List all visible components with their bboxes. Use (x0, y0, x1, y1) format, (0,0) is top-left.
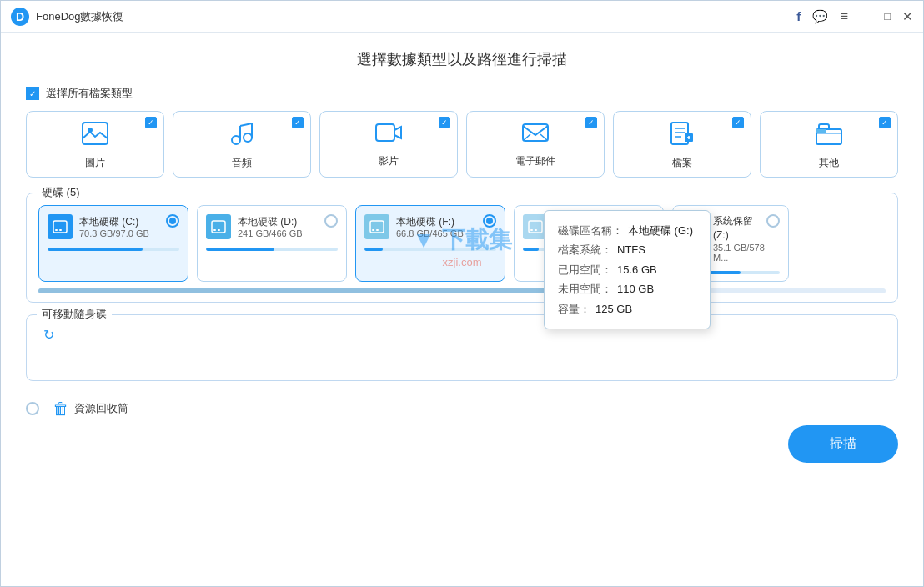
svg-rect-23 (59, 229, 62, 231)
removable-label: 可移動隨身碟 (37, 307, 112, 322)
close-icon[interactable]: ✕ (902, 9, 913, 24)
email-icon (522, 122, 549, 149)
file-types-row: ✓ 圖片 ✓ (26, 111, 898, 178)
disk-c-progress (48, 248, 179, 251)
disk-f-icon (364, 214, 389, 239)
disk-card-d[interactable]: 本地硬碟 (D:) 241 GB/466 GB (197, 205, 347, 282)
email-check: ✓ (585, 117, 597, 128)
chat-icon[interactable]: 💬 (812, 9, 828, 24)
file-type-card-other[interactable]: ✓ 其他 (760, 111, 898, 178)
scan-button[interactable]: 掃描 (788, 425, 898, 463)
disk-tooltip: 磁碟區名稱： 本地硬碟 (G:) 檔案系統： NTFS 已用空間： 15.6 G… (544, 210, 711, 329)
select-all-checkbox[interactable]: ✓ (26, 87, 39, 100)
tooltip-key-name: 磁碟區名稱： (558, 221, 623, 240)
tooltip-row-cap: 容量： 125 GB (558, 299, 696, 319)
disk-c-top: 本地硬碟 (C:) 70.3 GB/97.0 GB (48, 214, 179, 239)
file-type-card-email[interactable]: ✓ 電子郵件 (466, 111, 605, 178)
select-all-row: ✓ 選擇所有檔案類型 (26, 86, 898, 101)
disk-f-top: 本地硬碟 (F:) 66.8 GB/465 GB (364, 214, 496, 239)
tooltip-val-name: 本地硬碟 (G:) (628, 221, 693, 240)
tooltip-row-free: 未用空間： 110 GB (558, 279, 696, 299)
svg-point-3 (244, 133, 252, 142)
disk-section-label: 硬碟 (5) (37, 185, 85, 200)
audio-check: ✓ (292, 117, 304, 128)
svg-rect-19 (816, 129, 826, 133)
svg-rect-26 (218, 229, 220, 231)
disk-f-radio[interactable] (483, 214, 496, 228)
disk-f-progress (364, 248, 496, 251)
svg-rect-7 (376, 124, 394, 141)
disk-d-icon (206, 214, 231, 239)
recycle-radio[interactable] (26, 402, 39, 415)
select-all-label: 選擇所有檔案類型 (46, 86, 133, 101)
window-controls: f 💬 ≡ — □ ✕ (796, 8, 913, 25)
disk-d-progress (206, 248, 338, 251)
disk-g-fill (523, 248, 539, 251)
menu-icon[interactable]: ≡ (840, 8, 848, 25)
image-label: 圖片 (85, 156, 105, 170)
facebook-icon[interactable]: f (796, 9, 801, 23)
tooltip-val-fs: NTFS (617, 240, 645, 259)
disk-c-names: 本地硬碟 (C:) 70.3 GB/97.0 GB (79, 215, 149, 239)
recycle-bin-label: 資源回收筒 (74, 401, 128, 416)
disk-cards-row: 本地硬碟 (C:) 70.3 GB/97.0 GB (38, 205, 886, 282)
file-type-card-image[interactable]: ✓ 圖片 (26, 111, 164, 178)
svg-rect-22 (55, 229, 58, 231)
disk-f-info: 本地硬碟 (F:) 66.8 GB/465 GB (364, 214, 464, 239)
svg-rect-25 (213, 229, 216, 231)
page-title: 選擇數據類型以及路徑進行掃描 (26, 49, 898, 69)
svg-point-2 (232, 136, 240, 144)
disk-d-radio[interactable] (324, 214, 338, 228)
minimize-icon[interactable]: — (860, 9, 872, 23)
disk-d-fill (206, 248, 274, 251)
video-icon (375, 122, 402, 149)
app-title: FoneDog數據恢復 (36, 9, 796, 24)
titlebar: D FoneDog數據恢復 f 💬 ≡ — □ ✕ (1, 1, 923, 33)
audio-label: 音頻 (232, 156, 252, 170)
tooltip-key-fs: 檔案系統： (558, 240, 612, 259)
tooltip-row-name: 磁碟區名稱： 本地硬碟 (G:) (558, 221, 696, 240)
svg-line-6 (240, 123, 252, 126)
disk-z-radio[interactable] (766, 214, 780, 228)
svg-rect-32 (535, 229, 537, 231)
tooltip-row-used: 已用空間： 15.6 GB (558, 260, 696, 279)
tooltip-key-free: 未用空間： (558, 279, 612, 299)
recycle-bin-icon: 🗑 (53, 399, 69, 419)
app-window: D FoneDog數據恢復 f 💬 ≡ — □ ✕ ▼ 下載集 xzji.com… (0, 0, 924, 587)
tooltip-key-used: 已用空間： (558, 260, 612, 279)
disk-d-info: 本地硬碟 (D:) 241 GB/466 GB (206, 214, 303, 239)
main-content: ▼ 下載集 xzji.com 選擇數據類型以及路徑進行掃描 ✓ 選擇所有檔案類型… (1, 33, 923, 586)
disk-d-names: 本地硬碟 (D:) 241 GB/466 GB (238, 215, 303, 239)
audio-icon (229, 122, 254, 151)
file-type-card-file[interactable]: ✓ 檔案 (613, 111, 751, 178)
svg-rect-28 (372, 229, 374, 231)
tooltip-row-fs: 檔案系統： NTFS (558, 240, 696, 259)
disk-scrollbar-thumb (38, 288, 547, 294)
other-label: 其他 (819, 156, 839, 170)
maximize-icon[interactable]: □ (884, 10, 891, 23)
disk-c-icon (48, 214, 73, 239)
disk-f-names: 本地硬碟 (F:) 66.8 GB/465 GB (396, 215, 464, 239)
svg-rect-31 (530, 229, 533, 231)
app-icon: D (11, 8, 29, 26)
tooltip-val-cap: 125 GB (595, 299, 632, 319)
disk-c-info: 本地硬碟 (C:) 70.3 GB/97.0 GB (48, 214, 149, 239)
file-type-card-video[interactable]: ✓ 影片 (319, 111, 458, 178)
disk-scrollbar[interactable] (38, 288, 886, 294)
svg-rect-29 (376, 229, 379, 231)
file-label: 檔案 (672, 156, 692, 170)
file-type-card-audio[interactable]: ✓ 音頻 (173, 111, 311, 178)
disk-c-radio[interactable] (166, 214, 179, 228)
removable-section: 可移動隨身碟 ↻ (26, 314, 898, 381)
disk-c-fill (48, 248, 143, 251)
svg-line-9 (523, 134, 530, 141)
disk-section: 硬碟 (5) 本地硬碟 (C:) 70.3 GB/97.0 GB (26, 193, 898, 303)
disk-card-c[interactable]: 本地硬碟 (C:) 70.3 GB/97.0 GB (38, 205, 188, 282)
disk-z-names: 系统保留 (Z:) 35.1 GB/578 M... (713, 214, 766, 263)
tooltip-val-free: 110 GB (617, 279, 654, 299)
refresh-icon[interactable]: ↻ (43, 328, 54, 342)
disk-card-f[interactable]: 本地硬碟 (F:) 66.8 GB/465 GB (355, 205, 505, 282)
file-icon (670, 122, 695, 151)
tooltip-key-cap: 容量： (558, 299, 590, 319)
image-icon (82, 122, 108, 151)
